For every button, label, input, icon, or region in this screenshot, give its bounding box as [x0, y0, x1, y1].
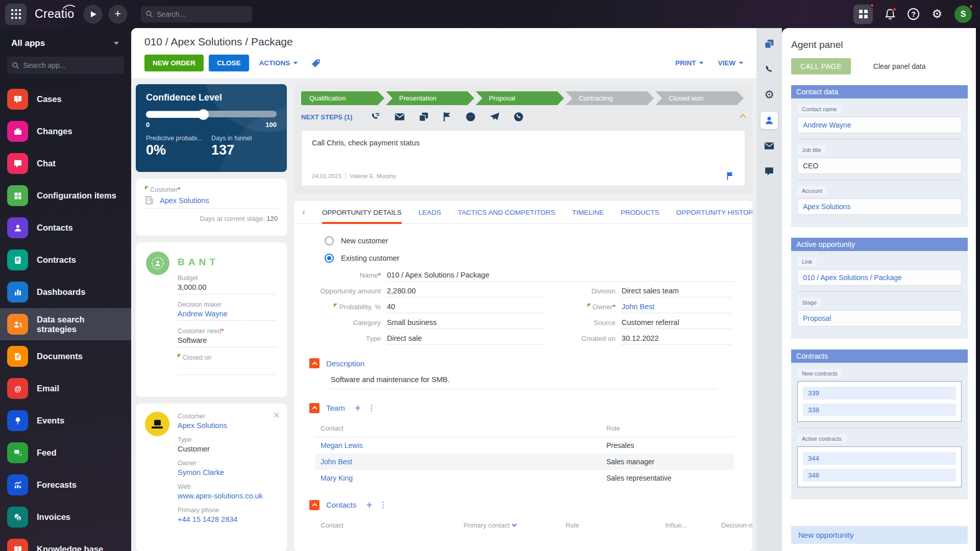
global-search-input[interactable]	[157, 10, 247, 18]
table-row[interactable]: John Best Sales manager	[315, 454, 734, 470]
name-value[interactable]: 010 / Apex Solutions / Package	[387, 271, 735, 282]
sidebar-item-feed[interactable]: Feed	[0, 437, 131, 469]
budget-field[interactable]: Budget 3,000.00	[178, 274, 277, 294]
decision-maker-field[interactable]: Decision maker Andrew Wayne	[178, 301, 277, 321]
new-order-button[interactable]: NEW ORDER	[144, 55, 204, 71]
clear-panel-data-link[interactable]: Clear panel data	[873, 62, 926, 70]
stage-contracting[interactable]: Contracting	[566, 91, 654, 105]
call-page-button[interactable]: CALL PAGE	[791, 58, 851, 74]
team-contact-link[interactable]: John Best	[321, 458, 352, 466]
slider-thumb[interactable]	[198, 109, 209, 120]
table-row[interactable]: Mary King Sales representative	[315, 470, 734, 486]
contact-name-input[interactable]: Andrew Wayne	[797, 117, 962, 133]
sidebar-item-email[interactable]: @ Email	[0, 372, 131, 405]
notifications-button[interactable]	[885, 9, 895, 20]
probability-value[interactable]: 40	[387, 303, 545, 313]
tabs-scroll-left-icon[interactable]	[302, 207, 305, 217]
chat-tool-button[interactable]	[761, 163, 778, 180]
owner-link[interactable]: Symon Clarke	[178, 468, 224, 477]
sidebar-item-dashboards[interactable]: Dashboards	[0, 276, 131, 308]
collapse-chevron-icon[interactable]	[740, 114, 746, 120]
messenger-icon[interactable]	[465, 112, 476, 122]
tab-tactics-and-competitors[interactable]: TACTICS AND COMPETITORS	[458, 201, 555, 224]
sidebar-item-configuration-items[interactable]: Configuration items	[0, 180, 131, 212]
list-item[interactable]: 348	[803, 469, 956, 482]
view-dropdown[interactable]: VIEW	[718, 59, 743, 67]
sidebar-item-knowledge-base[interactable]: Knowledge base	[0, 533, 131, 551]
sidebar-item-cases[interactable]: ! Cases	[0, 83, 131, 115]
pages-tool-button[interactable]	[761, 35, 778, 53]
decision-maker-link[interactable]: Andrew Wayne	[178, 310, 228, 318]
collapse-section-icon[interactable]	[309, 500, 320, 510]
sidebar-item-data-search-strategies[interactable]: Data search strategies	[0, 308, 131, 340]
stage-input[interactable]: Proposal	[797, 310, 962, 327]
tag-icon[interactable]	[311, 58, 321, 68]
team-menu-button[interactable]	[368, 403, 376, 413]
list-item[interactable]: 338	[803, 404, 956, 416]
add-contact-button[interactable]	[366, 499, 372, 510]
radio-existing-customer[interactable]: Existing customer	[325, 254, 737, 263]
whatsapp-icon[interactable]	[513, 112, 524, 122]
global-search[interactable]	[141, 6, 252, 22]
description-section-title[interactable]: Description	[326, 359, 364, 368]
created-on-value[interactable]: 30.12.2022	[622, 334, 732, 345]
description-text[interactable]: Software and maintenance for SMB.	[331, 375, 717, 389]
tab-timeline[interactable]: TIMELINE	[572, 201, 604, 224]
help-button[interactable]	[908, 8, 919, 20]
sidebar-item-changes[interactable]: Changes	[0, 115, 131, 147]
settings-button[interactable]	[932, 8, 942, 20]
close-button[interactable]: CLOSE	[209, 55, 249, 71]
new-opportunity-button[interactable]: New opportunity	[791, 526, 968, 544]
telegram-icon[interactable]	[489, 112, 500, 122]
workplace-grid-button[interactable]	[853, 5, 873, 24]
email-icon[interactable]	[395, 113, 405, 121]
tab-opportunity-details[interactable]: OPPORTUNITY DETAILS	[322, 201, 402, 224]
job-title-input[interactable]: CEO	[797, 158, 962, 174]
radio-icon[interactable]	[325, 236, 334, 245]
call-icon[interactable]	[370, 112, 381, 122]
settings-tool-button[interactable]	[761, 86, 778, 104]
sidebar-item-documents[interactable]: Documents	[0, 340, 131, 372]
app-search-input[interactable]	[23, 61, 119, 69]
quick-add-button[interactable]: +	[109, 5, 127, 23]
stage-proposal[interactable]: Proposal	[476, 91, 564, 105]
tab-opportunity-history[interactable]: OPPORTUNITY HISTORY	[676, 201, 752, 224]
source-value[interactable]: Customer referral	[622, 318, 732, 329]
next-steps-toggle[interactable]: NEXT STEPS (1)	[301, 113, 352, 121]
collapse-section-icon[interactable]	[309, 358, 320, 368]
list-item[interactable]: 344	[803, 452, 956, 465]
team-contact-link[interactable]: Megan Lewis	[321, 441, 363, 449]
team-section-title[interactable]: Team	[326, 404, 345, 412]
run-process-button[interactable]	[84, 5, 102, 23]
tab-leads[interactable]: LEADS	[419, 201, 441, 224]
list-item[interactable]: 339	[803, 387, 956, 399]
user-avatar[interactable]: S	[954, 6, 972, 23]
sidebar-item-forecasts[interactable]: Forecasts	[0, 469, 131, 501]
print-dropdown[interactable]: PRINT	[675, 59, 704, 67]
add-team-member-button[interactable]	[355, 403, 361, 413]
sidebar-item-contacts[interactable]: Contacts	[0, 212, 131, 244]
actions-dropdown[interactable]: ACTIONS	[259, 59, 298, 67]
contacts-section-title[interactable]: Contacts	[326, 500, 356, 509]
all-apps-dropdown[interactable]: All apps	[0, 34, 131, 53]
apps-grid-button[interactable]	[5, 4, 27, 25]
stage-closed-won[interactable]: Closed won	[655, 91, 744, 105]
owner-value[interactable]: John Best	[622, 303, 732, 313]
primary-contact-sort[interactable]: Primary contact	[463, 521, 566, 529]
flag-icon[interactable]	[726, 171, 734, 181]
division-value[interactable]: Direct sales team	[622, 287, 732, 297]
sidebar-item-events[interactable]: Events	[0, 405, 131, 437]
app-search[interactable]	[7, 57, 124, 74]
stage-presentation[interactable]: Presentation	[386, 91, 474, 105]
web-link[interactable]: www.apex-solutions.co.uk	[178, 492, 263, 500]
account-link[interactable]: Apex Solutions	[178, 421, 227, 430]
customer-link[interactable]: Apex Solutions	[160, 196, 209, 205]
customer-need-field[interactable]: Customer need* Software	[178, 328, 277, 347]
copy-icon[interactable]	[419, 112, 429, 122]
confidence-slider[interactable]	[146, 111, 277, 118]
collapse-section-icon[interactable]	[309, 403, 320, 413]
radio-new-customer[interactable]: New customer	[325, 236, 737, 245]
close-icon[interactable]	[273, 410, 280, 421]
amount-value[interactable]: 2,280.00	[387, 287, 545, 297]
sidebar-item-chat[interactable]: Chat	[0, 147, 131, 180]
